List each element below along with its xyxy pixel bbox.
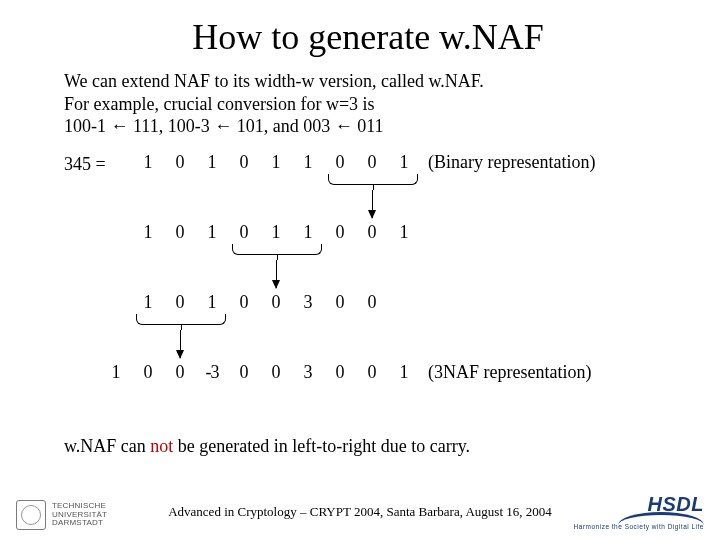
logo-hsdl: HSDL Harmonize the Society with Digital …	[574, 493, 704, 530]
logo-tu-darmstadt: TECHNISCHE UNIVERSITÄT DARMSTADT	[16, 500, 107, 530]
row-binary: 1 0 1 0 1 1 0 0 1 (Binary representation…	[132, 152, 595, 173]
brace-icon	[232, 244, 322, 255]
down-arrow-icon	[372, 190, 373, 218]
emphasis-not: not	[150, 436, 173, 456]
row-step-2: 1 0 1 0 0 3 0 0	[132, 292, 388, 313]
intro-text: We can extend NAF to its width-w version…	[64, 70, 672, 138]
slide-title: How to generate w.NAF	[64, 16, 672, 58]
left-arrow-icon: ←	[111, 116, 129, 136]
left-arrow-icon: ←	[214, 116, 232, 136]
row-step-1: 1 0 1 0 1 1 0 0 1	[132, 222, 420, 243]
down-arrow-icon	[276, 260, 277, 288]
summary-text: w.NAF can not be generated in left-to-ri…	[64, 436, 672, 457]
university-seal-icon	[16, 500, 46, 530]
conversion-diagram: 345 = 1 0 1 0 1 1 0 0 1 (Binary represen…	[64, 152, 672, 432]
row-binary-label: (Binary representation)	[428, 152, 595, 173]
left-arrow-icon: ←	[335, 116, 353, 136]
intro-line-3: 100-1 ← 111, 100-3 ← 101, and 003 ← 011	[64, 115, 672, 138]
brace-icon	[328, 174, 418, 185]
brace-icon	[136, 314, 226, 325]
intro-line-2: For example, crucial conversion for w=3 …	[64, 93, 672, 116]
row-3naf-label: (3NAF representation)	[428, 362, 591, 383]
down-arrow-icon	[180, 330, 181, 358]
value-equals: 345 =	[64, 154, 106, 175]
row-3naf: 1 0 0 -3 0 0 3 0 0 1 (3NAF representatio…	[100, 362, 591, 383]
intro-line-1: We can extend NAF to its width-w version…	[64, 70, 672, 93]
